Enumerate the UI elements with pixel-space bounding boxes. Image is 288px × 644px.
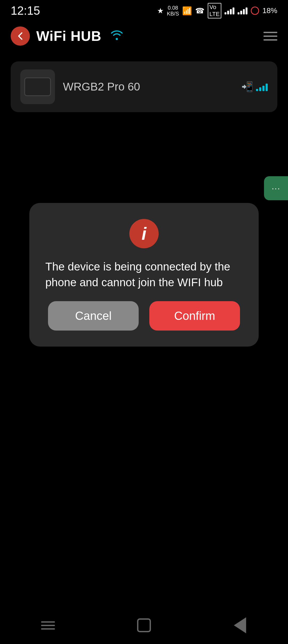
- confirmation-dialog: i The device is being connected by the p…: [29, 203, 259, 347]
- hamburger-line-1: [263, 32, 277, 33]
- menu-line-1: [41, 621, 55, 623]
- nav-menu-button[interactable]: [32, 615, 64, 636]
- bottom-navigation: [0, 612, 288, 644]
- device-info: WRGB2 Pro 60: [63, 80, 233, 93]
- battery-percentage: 18%: [262, 6, 277, 15]
- device-image: [24, 77, 51, 96]
- device-thumbnail: [20, 69, 55, 104]
- hamburger-line-3: [263, 39, 277, 41]
- status-bar: 12:15 ★ 0.08KB/S 📶 ☎ VoLTE 18%: [0, 0, 288, 21]
- home-square-icon: [137, 618, 151, 632]
- confirm-button[interactable]: Confirm: [149, 301, 240, 331]
- device-bluetooth-icon: 📲: [241, 81, 253, 92]
- hamburger-line-2: [263, 36, 277, 37]
- signal-bars-1: [225, 7, 234, 14]
- wifi-hub-icon: [110, 29, 124, 43]
- nav-back-button[interactable]: [224, 615, 256, 636]
- nav-menu-icon: [41, 621, 55, 630]
- status-icons: ★ 0.08KB/S 📶 ☎ VoLTE 18%: [157, 3, 277, 18]
- floating-dots-icon: ···: [272, 183, 281, 193]
- wifi-signal-icon: 📶: [182, 6, 192, 15]
- menu-line-3: [41, 628, 55, 630]
- battery-icon: [251, 6, 259, 15]
- nav-home-button[interactable]: [128, 615, 160, 636]
- nav-title: WiFi HUB: [36, 28, 101, 44]
- nav-left: WiFi HUB: [11, 26, 124, 46]
- back-triangle-icon: [234, 617, 246, 633]
- lte-badge: VoLTE: [208, 3, 221, 18]
- status-time: 12:15: [11, 4, 40, 17]
- hamburger-menu-button[interactable]: [263, 32, 277, 41]
- device-status-icons: 📲: [241, 81, 268, 92]
- dialog-info-icon: i: [129, 219, 159, 248]
- signal-bars-2: [238, 7, 247, 14]
- cancel-button[interactable]: Cancel: [48, 301, 139, 331]
- dialog-message: The device is being connected by the pho…: [45, 259, 243, 290]
- nav-bar: WiFi HUB: [0, 21, 288, 51]
- svg-point-0: [251, 7, 259, 14]
- dialog-buttons: Cancel Confirm: [45, 301, 243, 331]
- device-signal-icon: [256, 83, 268, 91]
- dialog-icon-letter: i: [142, 223, 146, 244]
- floating-action-button[interactable]: ···: [264, 176, 288, 200]
- device-name: WRGB2 Pro 60: [63, 80, 140, 93]
- device-card[interactable]: WRGB2 Pro 60 📲: [11, 61, 277, 112]
- data-speed: 0.08KB/S: [167, 5, 179, 17]
- phone-icon: ☎: [195, 6, 205, 15]
- bluetooth-icon: ★: [157, 6, 164, 15]
- back-button[interactable]: [11, 26, 30, 46]
- menu-line-2: [41, 625, 55, 626]
